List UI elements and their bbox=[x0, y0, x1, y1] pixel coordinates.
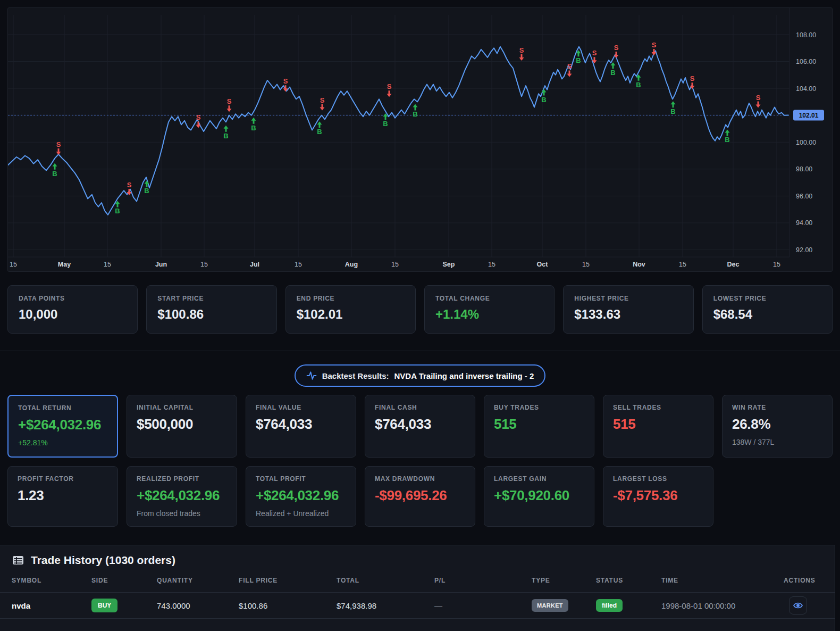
result-label: MAX DRAWDOWN bbox=[375, 475, 465, 483]
col-symbol: SYMBOL bbox=[12, 577, 91, 584]
svg-text:B: B bbox=[725, 136, 729, 144]
result-value: 26.8% bbox=[732, 416, 822, 433]
result-value: +$264,032.96 bbox=[256, 487, 346, 504]
cell-type: MARKET bbox=[532, 599, 596, 612]
result-value: -$99,695.26 bbox=[375, 487, 465, 504]
svg-text:B: B bbox=[610, 69, 615, 77]
view-order-button[interactable] bbox=[789, 596, 807, 615]
svg-text:B: B bbox=[251, 124, 256, 132]
svg-text:S: S bbox=[652, 41, 657, 49]
stat-card-highest-price: HIGHEST PRICE $133.63 bbox=[563, 285, 693, 334]
order-type-badge: MARKET bbox=[532, 599, 568, 612]
result-card-largest-gain: LARGEST GAIN +$70,920.60 bbox=[484, 466, 594, 527]
price-chart-svg[interactable]: 108.00106.00104.00100.0098.0096.0094.009… bbox=[8, 8, 833, 272]
stat-label: DATA POINTS bbox=[19, 295, 127, 302]
svg-text:15: 15 bbox=[295, 261, 302, 268]
side-badge: BUY bbox=[91, 599, 117, 612]
result-card-profit-factor: PROFIT FACTOR 1.23 bbox=[7, 466, 118, 527]
svg-text:S: S bbox=[614, 44, 619, 52]
svg-text:B: B bbox=[52, 170, 57, 178]
trade-history-header: Trade History (1030 orders) bbox=[0, 545, 835, 567]
result-card-largest-loss: LARGEST LOSS -$7,575.36 bbox=[603, 466, 713, 527]
result-value: $764,033 bbox=[375, 416, 465, 433]
stat-value: $68.54 bbox=[713, 307, 821, 322]
svg-text:15: 15 bbox=[679, 261, 686, 268]
stat-card-start-price: START PRICE $100.86 bbox=[146, 285, 276, 334]
svg-text:B: B bbox=[223, 132, 228, 140]
result-value: +$70,920.60 bbox=[494, 487, 584, 504]
result-label: LARGEST LOSS bbox=[613, 475, 703, 483]
backtest-results-badge[interactable]: Backtest Results:NVDA Trailing and inver… bbox=[295, 364, 546, 387]
stat-value: 10,000 bbox=[19, 307, 127, 322]
svg-text:Aug: Aug bbox=[345, 261, 358, 268]
result-label: TOTAL RETURN bbox=[18, 404, 107, 412]
result-card-total-profit: TOTAL PROFIT +$264,032.96 Realized + Unr… bbox=[246, 466, 356, 527]
results-row-2: PROFIT FACTOR 1.23 REALIZED PROFIT +$264… bbox=[7, 466, 833, 527]
result-value: -$7,575.36 bbox=[613, 487, 703, 504]
svg-text:S: S bbox=[567, 62, 572, 70]
table-row[interactable]: nvda BUY 743.0000 $100.86 $74,938.98 — M… bbox=[0, 593, 835, 619]
cell-time: 1998-08-01 00:00:00 bbox=[661, 601, 784, 610]
cell-total: $74,938.98 bbox=[337, 601, 434, 610]
result-label: LARGEST GAIN bbox=[494, 475, 584, 483]
svg-text:B: B bbox=[115, 207, 120, 215]
svg-text:98.00: 98.00 bbox=[796, 165, 812, 173]
trade-table-header: SYMBOL SIDE QUANTITY FILL PRICE TOTAL P/… bbox=[0, 567, 835, 593]
eye-icon bbox=[793, 600, 803, 611]
svg-text:B: B bbox=[144, 187, 149, 195]
col-quantity: QUANTITY bbox=[157, 577, 239, 584]
result-label: TOTAL PROFIT bbox=[256, 475, 346, 483]
col-time: TIME bbox=[661, 577, 784, 584]
result-label: WIN RATE bbox=[732, 404, 822, 411]
svg-text:15: 15 bbox=[773, 261, 780, 268]
result-label: BUY TRADES bbox=[494, 404, 584, 411]
svg-text:S: S bbox=[387, 82, 392, 90]
cell-pl: — bbox=[434, 601, 532, 610]
svg-text:S: S bbox=[592, 49, 597, 57]
svg-text:Jun: Jun bbox=[155, 261, 167, 268]
svg-text:B: B bbox=[670, 107, 675, 115]
svg-text:S: S bbox=[519, 46, 524, 54]
stat-label: LOWEST PRICE bbox=[713, 295, 821, 302]
svg-text:S: S bbox=[283, 77, 288, 85]
svg-text:94.00: 94.00 bbox=[796, 219, 812, 227]
result-sub: Realized + Unrealized bbox=[256, 509, 346, 518]
result-value: $764,033 bbox=[256, 416, 346, 433]
stat-card-end-price: END PRICE $102.01 bbox=[285, 285, 416, 334]
result-label: FINAL VALUE bbox=[256, 404, 346, 411]
cell-fill-price: $100.86 bbox=[239, 601, 337, 610]
price-chart[interactable]: 108.00106.00104.00100.0098.0096.0094.009… bbox=[7, 7, 833, 272]
result-card-win-rate: WIN RATE 26.8% 138W / 377L bbox=[722, 395, 833, 458]
stat-label: END PRICE bbox=[297, 295, 405, 302]
stat-label: START PRICE bbox=[157, 295, 265, 302]
result-label: SELL TRADES bbox=[613, 404, 703, 411]
cell-status: filled bbox=[596, 599, 661, 612]
cell-actions bbox=[784, 596, 829, 615]
backtest-dashboard: 108.00106.00104.00100.0098.0096.0094.009… bbox=[0, 0, 840, 631]
result-label: PROFIT FACTOR bbox=[18, 475, 108, 483]
col-type: TYPE bbox=[532, 577, 596, 584]
result-card-realized-profit: REALIZED PROFIT +$264,032.96 From closed… bbox=[127, 466, 237, 527]
svg-text:B: B bbox=[413, 110, 417, 118]
svg-text:104.00: 104.00 bbox=[796, 85, 816, 93]
table-list-icon bbox=[12, 554, 24, 567]
result-sub: 138W / 377L bbox=[732, 438, 822, 446]
svg-text:B: B bbox=[636, 81, 641, 89]
badge-prefix: Backtest Results: bbox=[322, 371, 389, 380]
svg-text:B: B bbox=[383, 120, 388, 128]
section-divider bbox=[0, 351, 840, 351]
result-value: +$264,032.96 bbox=[137, 487, 227, 504]
results-row-1: TOTAL RETURN +$264,032.96 +52.81% INITIA… bbox=[7, 395, 833, 458]
svg-text:15: 15 bbox=[582, 261, 590, 268]
svg-text:92.00: 92.00 bbox=[796, 246, 812, 254]
result-value: 1.23 bbox=[18, 487, 108, 504]
svg-text:May: May bbox=[58, 261, 71, 268]
svg-text:15: 15 bbox=[391, 261, 399, 268]
result-card-total-return[interactable]: TOTAL RETURN +$264,032.96 +52.81% bbox=[7, 395, 118, 458]
svg-text:96.00: 96.00 bbox=[796, 193, 812, 200]
result-value: +$264,032.96 bbox=[18, 417, 107, 433]
result-card-sell-trades: SELL TRADES 515 bbox=[603, 395, 713, 458]
status-badge: filled bbox=[596, 599, 623, 612]
activity-pulse-icon bbox=[306, 370, 317, 381]
result-value: $500,000 bbox=[137, 416, 227, 433]
